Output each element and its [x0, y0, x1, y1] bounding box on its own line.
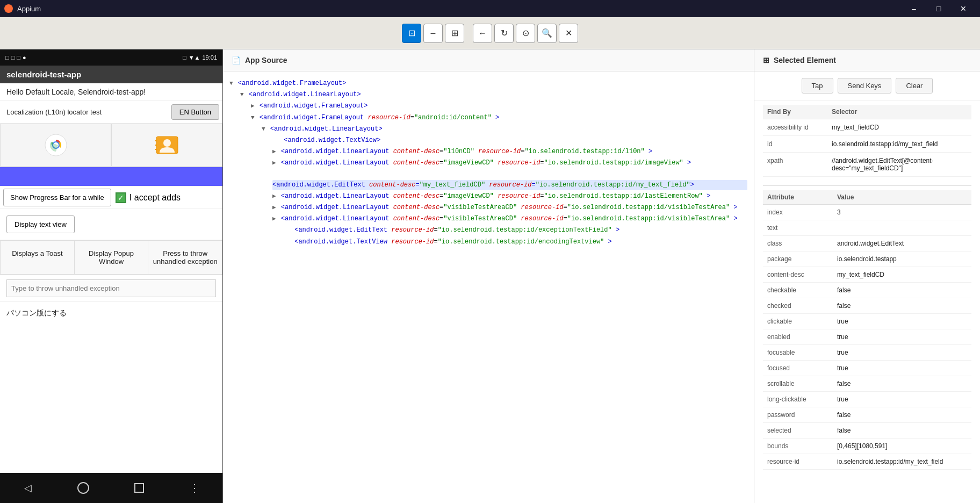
attr-row: enabledtrue — [763, 329, 971, 345]
xml-node-framelayout-content[interactable]: ▼ <android.widget.FrameLayout resource-i… — [229, 112, 747, 124]
display-popup-button[interactable]: Display Popup Window — [74, 240, 148, 275]
nav-recents-button[interactable] — [128, 477, 150, 499]
display-text-view-button[interactable]: Display text view — [6, 215, 75, 233]
find-by-accessibility-row: accessibility id my_text_fieldCD — [763, 119, 971, 136]
attr-value: my_text_fieldCD — [833, 267, 971, 283]
xml-toggle-12[interactable]: ▶ — [272, 215, 276, 222]
attr-row: passwordfalse — [763, 407, 971, 423]
send-keys-action-button[interactable]: Send Keys — [838, 78, 892, 94]
xml-node-framelayout[interactable]: ▼ <android.widget.FrameLayout> — [229, 78, 747, 89]
back-button[interactable]: ← — [473, 24, 492, 43]
xml-node-textview-1[interactable]: <android.widget.TextView> — [229, 135, 747, 146]
app-source-panel: 📄 App Source ▼ <android.widget.FrameLayo… — [223, 49, 754, 503]
attr-row: focusabletrue — [763, 345, 971, 361]
swipe-button[interactable]: – — [423, 24, 443, 43]
selected-element-icon: ⊞ — [763, 56, 769, 64]
contacts-image-box[interactable] — [111, 124, 222, 167]
eye-button[interactable]: ⊙ — [516, 24, 535, 43]
close-button[interactable]: ✕ — [951, 0, 976, 17]
nav-menu-button[interactable]: ⋮ — [184, 477, 205, 499]
nav-home-icon — [77, 482, 89, 494]
xml-toggle-8[interactable]: ▶ — [272, 160, 276, 166]
find-by-xpath-label: xpath — [763, 153, 827, 177]
maximize-button[interactable]: □ — [926, 0, 951, 17]
xml-toggle-1[interactable]: ▼ — [229, 80, 233, 87]
displays-toast-button[interactable]: Displays a Toast — [0, 240, 74, 275]
xml-node-ll-l10n[interactable]: ▶ <android.widget.LinearLayout content-d… — [229, 146, 747, 157]
phone-localization-row: Localization (L10n) locator test EN Butt… — [0, 101, 222, 124]
select-element-button[interactable]: ⊡ — [402, 24, 421, 43]
xml-node-framelayout-2[interactable]: ▶ <android.widget.FrameLayout> — [229, 100, 747, 112]
attr-value: true — [833, 314, 971, 329]
chrome-icon — [43, 132, 69, 158]
xml-node-linearlayout-1[interactable]: ▼ <android.widget.LinearLayout> — [229, 89, 747, 100]
attr-value: io.selendroid.testapp:id/my_text_field — [833, 454, 971, 470]
nav-home-button[interactable] — [73, 477, 94, 499]
xml-toggle-11[interactable]: ▶ — [272, 204, 276, 211]
nav-back-button[interactable]: ◁ — [17, 477, 39, 499]
xml-node-edittext-exception[interactable]: <android.widget.EditText resource-id="io… — [229, 225, 747, 236]
phone-status-bar: □ □ □ ● □ ▼▲ 19:01 — [0, 49, 222, 66]
attr-name: scrollable — [763, 376, 833, 392]
phone-actions-row: Displays a Toast Display Popup Window Pr… — [0, 240, 222, 275]
show-progress-button[interactable]: Show Progress Bar for a while — [3, 189, 111, 206]
attr-name: text — [763, 220, 833, 236]
throw-exception-button[interactable]: Press to throw unhandled exception — [148, 240, 222, 275]
xml-node-ll-visible-2[interactable]: ▶ <android.widget.LinearLayout content-d… — [229, 213, 747, 225]
xml-toggle-3[interactable]: ▶ — [251, 103, 255, 109]
selected-element-actions: Tap Send Keys Clear — [754, 71, 980, 100]
minimize-button[interactable]: – — [902, 0, 926, 17]
attribute-col-header: Attribute — [763, 190, 833, 205]
close-session-button[interactable]: ✕ — [559, 24, 578, 43]
xml-toggle-4[interactable]: ▼ — [251, 114, 255, 121]
svg-point-6 — [163, 139, 171, 147]
attr-name: long-clickable — [763, 392, 833, 407]
clear-action-button[interactable]: Clear — [896, 78, 933, 94]
xml-node-ll-lastelement[interactable]: ▶ <android.widget.LinearLayout content-d… — [229, 191, 747, 202]
phone-input-row — [0, 275, 222, 302]
find-by-xpath-row: xpath //android.widget.EditText[@content… — [763, 153, 971, 177]
xml-toggle-5[interactable]: ▼ — [262, 126, 265, 132]
section-divider — [763, 185, 971, 186]
xml-node-ll-imageview[interactable]: ▶ <android.widget.LinearLayout content-d… — [229, 157, 747, 169]
attr-row: packageio.selendroid.testapp — [763, 252, 971, 267]
phone-hello-text: Hello Default Locale, Selendroid-test-ap… — [0, 83, 222, 101]
tap-button[interactable]: ⊞ — [445, 24, 464, 43]
attr-name: focusable — [763, 345, 833, 361]
xml-node-linearlayout-2[interactable]: ▼ <android.widget.LinearLayout> — [229, 124, 747, 135]
xml-toggle-7[interactable]: ▶ — [272, 148, 276, 155]
app-title: Appium — [17, 5, 41, 13]
find-by-xpath-value: //android.widget.EditText[@content-desc=… — [827, 153, 971, 177]
refresh-button[interactable]: ↻ — [494, 24, 514, 43]
xml-toggle-10[interactable]: ▶ — [272, 193, 276, 199]
xml-toggle-2[interactable]: ▼ — [240, 91, 244, 98]
phone-nav-bar: ◁ ⋮ — [0, 473, 222, 503]
accept-checkbox[interactable]: ✓ — [116, 192, 126, 203]
attr-row: scrollablefalse — [763, 376, 971, 392]
en-button[interactable]: EN Button — [171, 104, 219, 120]
throw-exception-input[interactable] — [6, 279, 216, 297]
attr-value: false — [833, 283, 971, 298]
search-button[interactable]: 🔍 — [537, 24, 557, 43]
attr-row: focusedtrue — [763, 361, 971, 376]
chrome-image-box[interactable] — [0, 124, 111, 167]
xml-node-edittext-mytextfield[interactable]: <android.widget.EditText content-desc="m… — [229, 169, 747, 191]
xml-node-textview-encoding[interactable]: <android.widget.TextView resource-id="io… — [229, 236, 747, 248]
nav-menu-icon: ⋮ — [189, 482, 200, 494]
find-by-col-header: Find By — [763, 105, 827, 119]
xml-node-ll-visible-1[interactable]: ▶ <android.widget.LinearLayout content-d… — [229, 202, 747, 213]
localization-label: Localization (L10n) locator test — [0, 103, 168, 121]
appium-icon — [4, 4, 13, 13]
phone-display-text-row: Display text view — [0, 209, 222, 240]
attr-row: checkedfalse — [763, 298, 971, 314]
attr-row: text — [763, 220, 971, 236]
phone-buttons-row: Show Progress Bar for a while ✓ I accept… — [0, 186, 222, 209]
attr-name: index — [763, 205, 833, 220]
tap-action-button[interactable]: Tap — [802, 78, 833, 94]
attr-row: bounds[0,465][1080,591] — [763, 439, 971, 454]
phone-app-title: selendroid-test-app — [0, 66, 222, 83]
attr-row: checkablefalse — [763, 283, 971, 298]
attr-value: true — [833, 392, 971, 407]
phone-progress-bar — [0, 167, 222, 186]
attr-name: password — [763, 407, 833, 423]
